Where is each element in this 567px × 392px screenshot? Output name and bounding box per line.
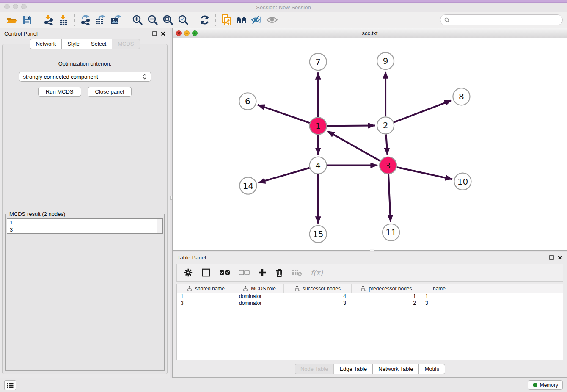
column-header-successor-nodes[interactable]: successor nodes <box>284 284 352 293</box>
graph-node-6[interactable]: 6 <box>239 93 256 110</box>
column-header-predecessor-nodes[interactable]: predecessor nodes <box>352 284 421 293</box>
tab-node-table[interactable]: Node Table <box>295 364 334 374</box>
table-row[interactable]: 1 dominator 4 1 1 <box>177 293 563 300</box>
horizontal-splitter[interactable] <box>173 251 567 252</box>
add-column-button[interactable] <box>258 268 267 277</box>
column-header-shared-name[interactable]: shared name <box>177 284 235 293</box>
network-graph[interactable]: 1234678910111415 <box>173 38 567 250</box>
mcds-tab-content: Optimization criterion: strongly connect… <box>2 44 168 374</box>
tab-mcds[interactable]: MCDS <box>112 39 140 49</box>
window-traffic-lights[interactable] <box>4 4 27 9</box>
zoom-out-button[interactable] <box>145 13 160 27</box>
column-selector-button[interactable] <box>201 268 211 277</box>
cell-successor-nodes[interactable]: 3 <box>284 300 352 306</box>
zoom-window-icon[interactable] <box>21 4 27 9</box>
network-canvas[interactable]: 1234678910111415 <box>173 38 567 250</box>
graph-node-7[interactable]: 7 <box>310 53 327 70</box>
close-panel-button[interactable]: Close panel <box>88 87 132 97</box>
close-panel-icon[interactable] <box>558 255 562 260</box>
cell-shared-name[interactable]: 3 <box>177 300 235 306</box>
deselect-all-button[interactable] <box>239 270 250 276</box>
graph-edge-2-3[interactable] <box>386 134 387 155</box>
status-bar: Memory <box>0 378 567 392</box>
select-all-button[interactable] <box>219 270 230 276</box>
open-session-button[interactable] <box>4 13 19 27</box>
export-network-button[interactable] <box>78 13 93 27</box>
tab-motifs[interactable]: Motifs <box>419 364 445 374</box>
memory-button[interactable]: Memory <box>528 380 563 390</box>
cell-name[interactable]: 1 <box>421 293 457 299</box>
cell-name[interactable]: 3 <box>421 300 457 306</box>
network-close-icon[interactable] <box>176 30 182 36</box>
hide-selected-button[interactable] <box>249 13 264 27</box>
import-network-button[interactable] <box>41 13 56 27</box>
clone-network-button[interactable] <box>219 13 234 27</box>
graph-edge-1-2[interactable] <box>327 126 375 126</box>
network-minimize-icon[interactable] <box>184 30 190 36</box>
tab-edge-table[interactable]: Edge Table <box>334 364 373 374</box>
close-panel-icon[interactable] <box>161 31 165 36</box>
home-layout-button[interactable] <box>234 13 249 27</box>
graph-node-3[interactable]: 3 <box>380 157 396 174</box>
zoom-fit-button[interactable] <box>160 13 176 27</box>
tab-network-table[interactable]: Network Table <box>373 364 419 374</box>
cell-mcds-role[interactable]: dominator <box>235 300 284 306</box>
float-panel-icon[interactable] <box>549 255 554 260</box>
graph-edge-1-6[interactable] <box>258 105 310 123</box>
vertical-splitter[interactable] <box>170 28 173 378</box>
graph-node-11[interactable]: 11 <box>383 224 399 241</box>
eye-slash-icon <box>251 15 263 25</box>
network-maximize-icon[interactable] <box>192 30 198 36</box>
mcds-result-list[interactable]: 1 3 <box>7 218 163 234</box>
zoom-selected-button[interactable] <box>176 13 191 27</box>
search-box[interactable] <box>440 14 563 25</box>
column-header-name[interactable]: name <box>421 284 457 293</box>
node-table[interactable]: shared name MCDS role successor nodes <box>176 284 563 360</box>
graph-node-10[interactable]: 10 <box>454 173 471 190</box>
run-mcds-button[interactable]: Run MCDS <box>38 87 81 97</box>
graph-edge-3-10[interactable] <box>397 167 452 179</box>
splitter-grip[interactable] <box>370 249 374 251</box>
result-scrollbar[interactable] <box>157 219 162 233</box>
cell-predecessor-nodes[interactable]: 2 <box>352 300 421 306</box>
graph-node-4[interactable]: 4 <box>310 157 327 174</box>
export-table-button[interactable] <box>93 13 108 27</box>
graph-edge-2-8[interactable] <box>394 100 451 122</box>
table-row[interactable]: 3 dominator 3 2 3 <box>177 300 563 306</box>
column-header-mcds-role[interactable]: MCDS role <box>235 284 284 293</box>
graph-node-9[interactable]: 9 <box>377 52 394 69</box>
search-input[interactable] <box>452 17 559 23</box>
graph-edge-3-1[interactable] <box>328 131 380 161</box>
graph-node-14[interactable]: 14 <box>239 177 256 194</box>
splitter-grip[interactable] <box>170 196 172 200</box>
titlebar[interactable]: Session: New Session <box>0 3 567 12</box>
graph-node-8[interactable]: 8 <box>453 88 470 105</box>
export-image-button[interactable] <box>108 13 124 27</box>
show-all-button[interactable] <box>264 13 280 27</box>
graph-node-2[interactable]: 2 <box>377 117 394 134</box>
minimize-window-icon[interactable] <box>13 4 18 9</box>
tab-style[interactable]: Style <box>62 39 85 49</box>
graph-edge-3-11[interactable] <box>388 174 391 222</box>
optimization-criterion-select[interactable]: strongly connected component <box>19 72 151 82</box>
cell-predecessor-nodes[interactable]: 1 <box>352 293 421 299</box>
graph-edge-4-14[interactable] <box>258 168 309 182</box>
table-settings-button[interactable] <box>184 268 193 277</box>
float-panel-icon[interactable] <box>152 31 157 36</box>
delete-column-button[interactable] <box>275 268 284 277</box>
network-window-titlebar[interactable]: scc.txt <box>173 28 567 38</box>
cell-successor-nodes[interactable]: 4 <box>284 293 352 299</box>
refresh-button[interactable] <box>197 13 212 27</box>
tab-select[interactable]: Select <box>85 39 112 49</box>
close-window-icon[interactable] <box>4 4 10 9</box>
zoom-in-button[interactable] <box>130 13 145 27</box>
task-history-button[interactable] <box>4 380 16 390</box>
zoom-selected-icon <box>178 14 189 25</box>
save-session-button[interactable] <box>19 13 35 27</box>
graph-node-15[interactable]: 15 <box>310 226 327 243</box>
graph-node-1[interactable]: 1 <box>310 117 327 134</box>
cell-shared-name[interactable]: 1 <box>177 293 235 299</box>
cell-mcds-role[interactable]: dominator <box>235 293 284 299</box>
tab-network[interactable]: Network <box>30 39 62 49</box>
import-table-button[interactable] <box>56 13 72 27</box>
